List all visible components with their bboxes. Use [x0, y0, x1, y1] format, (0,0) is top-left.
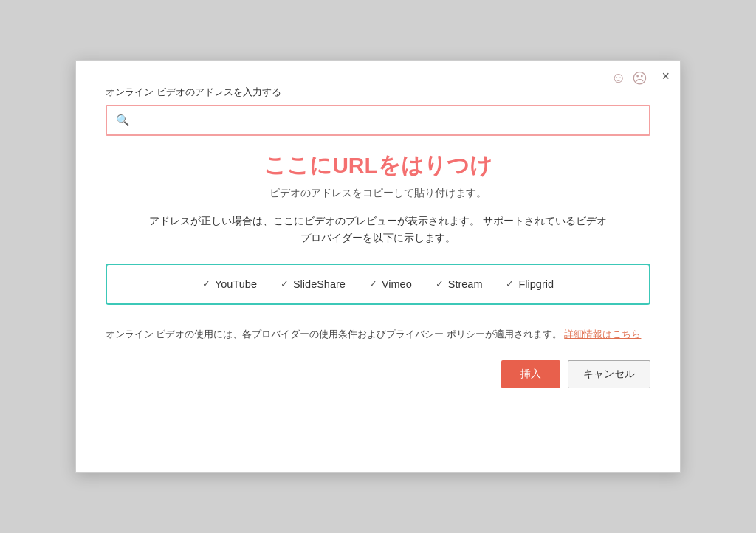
provider-vimeo: ✓ Vimeo: [369, 278, 412, 290]
insert-button[interactable]: 挿入: [501, 360, 560, 388]
preview-text: アドレスが正しい場合は、ここにビデオのプレビューが表示されます。 サポートされて…: [106, 213, 650, 247]
check-slideshare: ✓: [281, 278, 289, 289]
paste-subtext: ビデオのアドレスをコピーして貼り付けます。: [106, 187, 650, 200]
provider-youtube: ✓ YouTube: [202, 278, 257, 290]
provider-slideshare: ✓ SlideShare: [281, 278, 346, 290]
provider-stream: ✓ Stream: [436, 278, 483, 290]
search-input[interactable]: [136, 114, 640, 127]
search-icon: 🔍: [116, 114, 130, 127]
check-vimeo: ✓: [369, 278, 377, 289]
feedback-icons: ☺ ☹: [611, 69, 647, 87]
provider-slideshare-label: SlideShare: [293, 278, 346, 290]
providers-box: ✓ YouTube ✓ SlideShare ✓ Vimeo ✓ Stream …: [106, 264, 650, 305]
check-stream: ✓: [436, 278, 444, 289]
paste-heading: ここにURLをはりつけ: [106, 151, 650, 181]
provider-youtube-label: YouTube: [215, 278, 257, 290]
close-button[interactable]: ×: [662, 69, 670, 83]
provider-flipgrid: ✓ Flipgrid: [506, 278, 554, 290]
provider-stream-label: Stream: [448, 278, 483, 290]
dialog-footer: 挿入 キャンセル: [106, 360, 650, 388]
footer-text: オンライン ビデオの使用には、各プロバイダーの使用条件およびプライバシー ポリシ…: [106, 327, 650, 343]
happy-icon[interactable]: ☺: [611, 69, 626, 87]
check-youtube: ✓: [202, 278, 210, 289]
sad-icon[interactable]: ☹: [632, 69, 647, 87]
provider-flipgrid-label: Flipgrid: [518, 278, 554, 290]
section-label: オンライン ビデオのアドレスを入力する: [106, 86, 650, 99]
dialog: × ☺ ☹ オンライン ビデオのアドレスを入力する 🔍 ここにURLをはりつけ …: [75, 60, 681, 473]
provider-vimeo-label: Vimeo: [382, 278, 412, 290]
footer-link[interactable]: 詳細情報はこちら: [564, 329, 641, 340]
cancel-button[interactable]: キャンセル: [568, 360, 650, 388]
search-wrapper: 🔍: [106, 105, 650, 136]
check-flipgrid: ✓: [506, 278, 514, 289]
